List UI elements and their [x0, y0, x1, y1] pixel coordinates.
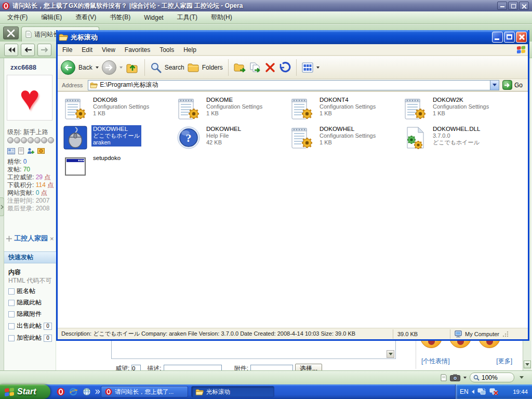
checkbox[interactable]: [8, 323, 15, 329]
copy-to-button[interactable]: [249, 62, 262, 73]
opera-menu-item[interactable]: 查看(V): [75, 13, 96, 22]
file-name: setupdoko: [93, 155, 121, 162]
opera-close-button[interactable]: [519, 2, 529, 10]
file-tile-dokome[interactable]: DOKOMEConfiguration Settings1 KB: [176, 96, 286, 123]
textarea-scroll-down-button[interactable]: [387, 350, 394, 358]
file-tile-doko98[interactable]: DOKO98Configuration Settings1 KB: [63, 96, 173, 123]
go-button[interactable]: Go: [502, 80, 526, 90]
search-button[interactable]: Search: [150, 62, 184, 73]
panel-close-icon[interactable]: ×: [50, 235, 54, 243]
folders-button[interactable]: Folders: [188, 63, 223, 72]
address-path[interactable]: E:\Program\光标滚动: [100, 81, 488, 89]
explorer-menu-item[interactable]: File: [58, 46, 77, 54]
start-button[interactable]: Start: [0, 384, 50, 399]
file-tile-dokowhel-dll[interactable]: DOKOWHEL.DLL3.7.0.0どこでもホイール: [403, 125, 513, 152]
delete-button[interactable]: [265, 62, 275, 73]
zoom-control[interactable]: 100%: [470, 373, 514, 382]
file-tile-setupdoko[interactable]: setupdoko: [63, 154, 173, 181]
username[interactable]: zxc6688: [10, 63, 36, 71]
file-tile-dokowhel[interactable]: DOKOWHELどこでもホイールaraken: [63, 125, 173, 152]
camera-dropdown-icon[interactable]: [463, 377, 467, 379]
explorer-close-button[interactable]: [516, 32, 527, 43]
back-dropdown-icon[interactable]: [96, 66, 99, 69]
views-dropdown-icon[interactable]: [316, 66, 320, 69]
explorer-window-title: 光标滚动: [71, 33, 492, 42]
ie-quicklaunch-icon[interactable]: [69, 388, 78, 396]
scroll-down-button[interactable]: [524, 361, 531, 368]
tray-expand-icon[interactable]: [472, 390, 474, 394]
money-icon[interactable]: [37, 148, 45, 154]
address-dropdown-button[interactable]: [490, 81, 499, 90]
forward-button[interactable]: [102, 60, 123, 75]
explorer-menu-item[interactable]: Tools: [155, 46, 179, 54]
note-icon[interactable]: [441, 374, 447, 381]
forward-button[interactable]: [37, 44, 51, 56]
medal-icon: [14, 137, 20, 143]
rewind-button[interactable]: [4, 44, 18, 56]
sidebar-collapse-handle[interactable]: [0, 197, 4, 216]
profile-card-icon[interactable]: [7, 148, 15, 154]
up-button[interactable]: [126, 61, 139, 74]
camera-icon[interactable]: [450, 374, 460, 381]
network-disconnected-icon[interactable]: [489, 388, 498, 395]
clock[interactable]: 19:44: [513, 389, 528, 395]
emoticon-link[interactable]: [更多]: [496, 357, 512, 366]
back-button[interactable]: Back: [61, 60, 99, 75]
option-value-input[interactable]: 0: [44, 335, 52, 342]
explorer-menu-item[interactable]: Edit: [77, 46, 97, 54]
explorer-menu-item[interactable]: Favorites: [120, 46, 155, 54]
opera-menu-item[interactable]: 工具(T): [177, 13, 197, 22]
explorer-statusbar: Description: どこでもホイール Company: araken Fi…: [58, 328, 528, 339]
user-stat: 最后登录: 2008: [7, 205, 54, 212]
taskbar-task-explorer[interactable]: 光标滚动: [191, 386, 274, 397]
opera-panels-toggle-button[interactable]: [3, 26, 19, 39]
explorer-maximize-button[interactable]: [504, 32, 515, 43]
opera-menu-item[interactable]: 帮助(H): [211, 13, 232, 22]
opera-window-title: 请问站长，您上载了GX的滑鼠软件没有？ |综合讨论 - 工控人家园 工控论坛 -…: [12, 2, 497, 10]
level-value: 新手上路: [23, 128, 48, 136]
forum-home-link[interactable]: 工控人家园: [14, 234, 48, 243]
checkbox[interactable]: [8, 300, 15, 306]
back-button[interactable]: [21, 44, 35, 56]
browser-globe-icon[interactable]: [82, 388, 91, 396]
file-tile-dokow2k[interactable]: DOKOW2KConfiguration Settings1 KB: [403, 96, 513, 123]
status-location: My Computer: [465, 331, 499, 337]
file-tile-dokowhel[interactable]: DOKOWHELConfiguration Settings1 KB: [289, 125, 400, 152]
address-combo[interactable]: E:\Program\光标滚动: [88, 80, 499, 90]
explorer-menu-item[interactable]: Help: [179, 46, 201, 54]
checkbox[interactable]: [8, 335, 15, 341]
ini-file-icon: [289, 125, 314, 150]
opera-titlebar[interactable]: 请问站长，您上载了GX的滑鼠软件没有？ |综合讨论 - 工控人家园 工控论坛 -…: [0, 0, 532, 11]
checkbox[interactable]: [8, 288, 15, 295]
network-status-icon[interactable]: [477, 388, 486, 395]
file-tile-dokont4[interactable]: DOKONT4Configuration Settings1 KB: [289, 96, 400, 123]
opera-statusbar: 100%: [0, 370, 532, 384]
forward-dropdown-icon: [119, 66, 123, 69]
add-friend-icon[interactable]: [27, 148, 34, 154]
opera-restore-button[interactable]: [508, 2, 518, 10]
opera-menu-item[interactable]: Widget: [144, 14, 163, 21]
opera-quicklaunch-icon[interactable]: [56, 388, 65, 396]
explorer-minimize-button[interactable]: [492, 32, 503, 43]
views-button[interactable]: [302, 62, 320, 73]
explorer-titlebar[interactable]: 光标滚动: [56, 30, 529, 44]
quicklaunch-chevron-icon[interactable]: [95, 389, 100, 394]
resize-grip[interactable]: [502, 331, 509, 337]
opera-menu-item[interactable]: 文件(F): [7, 13, 28, 22]
language-indicator[interactable]: EN: [460, 388, 469, 395]
option-value-input[interactable]: 0: [44, 323, 52, 330]
zoom-dropdown-button[interactable]: [517, 373, 526, 382]
emoticon-link[interactable]: [个性表情]: [421, 357, 450, 366]
taskbar-task-opera[interactable]: 请问站长，您上载了...: [101, 386, 188, 397]
opera-minimize-button[interactable]: [497, 2, 507, 10]
file-tile-dokowhel[interactable]: ? DOKOWHELHelp File42 KB: [176, 125, 286, 152]
file-list-area[interactable]: DOKO98Configuration Settings1 KB DOKOMEC…: [58, 92, 528, 328]
move-to-button[interactable]: [234, 62, 246, 73]
undo-button[interactable]: [278, 62, 291, 73]
checkbox[interactable]: [8, 311, 15, 317]
edit-post-icon[interactable]: [18, 148, 24, 154]
desktop: 请问站长，您上载了GX的滑鼠软件没有？ |综合讨论 - 工控人家园 工控论坛 -…: [0, 0, 532, 399]
opera-menu-item[interactable]: 编辑(E): [41, 13, 62, 22]
explorer-menu-item[interactable]: View: [97, 46, 120, 54]
opera-menu-item[interactable]: 书签(B): [110, 13, 130, 22]
